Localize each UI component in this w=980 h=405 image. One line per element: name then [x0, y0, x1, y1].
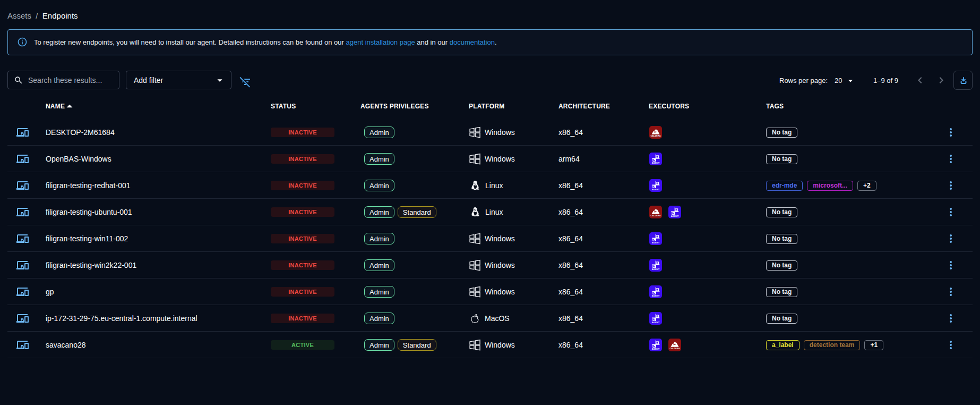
svg-text:AGENT: AGENT	[652, 321, 660, 324]
svg-text:AGENT: AGENT	[652, 241, 660, 244]
svg-text:AGENT: AGENT	[652, 294, 660, 297]
svg-text:CALDERA: CALDERA	[669, 347, 680, 350]
svg-text:AGENT: AGENT	[652, 268, 660, 271]
svg-text:AGENT: AGENT	[652, 188, 660, 191]
svg-text:AGENT: AGENT	[671, 215, 679, 217]
svg-text:AGENT: AGENT	[652, 348, 660, 350]
svg-text:CALDERA: CALDERA	[650, 214, 660, 217]
svg-text:CALDERA: CALDERA	[650, 134, 660, 137]
svg-text:AGENT: AGENT	[652, 162, 660, 164]
